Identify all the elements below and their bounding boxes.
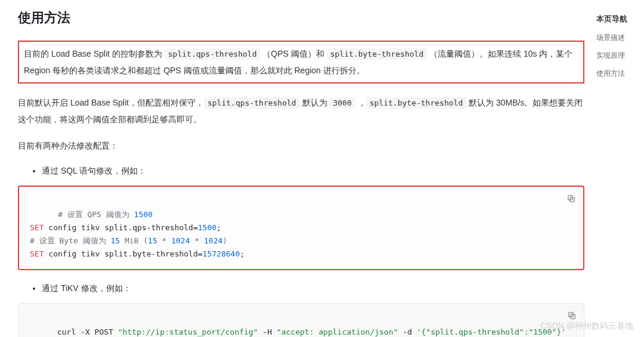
copy-icon[interactable]	[564, 191, 578, 206]
code-keyword: SET	[30, 223, 44, 232]
code-text: config tikv split.qps-threshold=	[44, 223, 197, 232]
text: ，	[355, 98, 366, 107]
code-number: 15	[148, 236, 157, 245]
paragraph: 目前有两种办法修改配置：	[18, 137, 584, 154]
code-comment: *	[157, 236, 171, 245]
toc-item[interactable]: 使用方法	[596, 67, 638, 81]
paragraph: 目前默认开启 Load Base Split，但配置相对保守，split.qps…	[18, 94, 584, 128]
toc-title: 本页导航	[596, 12, 638, 26]
code-number: 1500	[198, 223, 216, 232]
code-string: '{"split.qps-threshold":"1500"}'	[417, 327, 566, 336]
toc-item[interactable]: 实现原理	[596, 50, 638, 63]
paragraph: 目前的 Load Base Split 的控制参数为 split.qps-thr…	[24, 45, 578, 79]
inline-code: 3000	[329, 97, 355, 109]
code-keyword: SET	[30, 249, 44, 258]
code-number: 1024	[171, 236, 190, 245]
toc-item[interactable]: 场景描述	[596, 32, 638, 45]
code-number: 1500	[134, 210, 153, 219]
bullet-list: 通过 SQL 语句修改，例如：	[18, 163, 584, 178]
code-number: 1024	[204, 236, 222, 245]
code-number: 15728640	[203, 249, 240, 258]
code-comment: *	[190, 236, 204, 245]
code-block-curl: curl -X POST "http://ip:status_port/conf…	[18, 303, 584, 337]
code-string: "http://ip:status_port/config"	[118, 327, 258, 336]
code-punc: ;	[216, 223, 221, 232]
code-comment: MiB (	[120, 236, 148, 245]
list-item: 通过 SQL 语句修改，例如：	[42, 163, 584, 178]
code-number: 15	[110, 236, 120, 245]
copy-icon[interactable]	[565, 308, 579, 323]
code-string: "accept: application/json"	[277, 327, 398, 336]
bullet-list: 通过 TiKV 修改，例如：	[18, 281, 584, 296]
highlighted-paragraph: 目前的 Load Base Split 的控制参数为 split.qps-thr…	[18, 41, 584, 84]
text: 默认为	[300, 98, 330, 107]
text: 目前的 Load Base Split 的控制参数为	[24, 49, 165, 58]
inline-code: split.qps-threshold	[204, 97, 300, 109]
code-text: curl -X POST	[57, 327, 118, 336]
page-title: 使用方法	[18, 6, 584, 30]
list-item-label: 通过 SQL 语句修改，例如：	[42, 166, 146, 175]
code-punc: ;	[240, 249, 244, 258]
code-text: -d	[398, 327, 416, 336]
inline-code: split.byte-threshold	[366, 97, 467, 109]
inline-code: split.byte-threshold	[327, 48, 428, 60]
code-text: -H	[258, 327, 277, 336]
article-main: 使用方法 目前的 Load Base Split 的控制参数为 split.qp…	[18, 0, 596, 337]
code-block-sql: # 设置 QPS 阈值为 1500 SET config tikv split.…	[18, 185, 584, 270]
text: 目前默认开启 Load Base Split，但配置相对保守，	[18, 98, 204, 107]
code-comment: )	[222, 236, 227, 245]
code-comment: # 设置 Byte 阈值为	[30, 236, 110, 245]
list-item-label: 通过 TiKV 修改，例如：	[42, 283, 131, 293]
code-text: config tikv split.byte-threshold=	[44, 249, 202, 258]
text: （QPS 阈值）和	[260, 49, 326, 58]
table-of-contents: 本页导航 场景描述 实现原理 使用方法	[596, 0, 644, 337]
code-comment: # 设置 QPS 阈值为	[58, 210, 134, 219]
inline-code: split.qps-threshold	[165, 48, 261, 60]
list-item: 通过 TiKV 修改，例如：	[42, 281, 584, 296]
